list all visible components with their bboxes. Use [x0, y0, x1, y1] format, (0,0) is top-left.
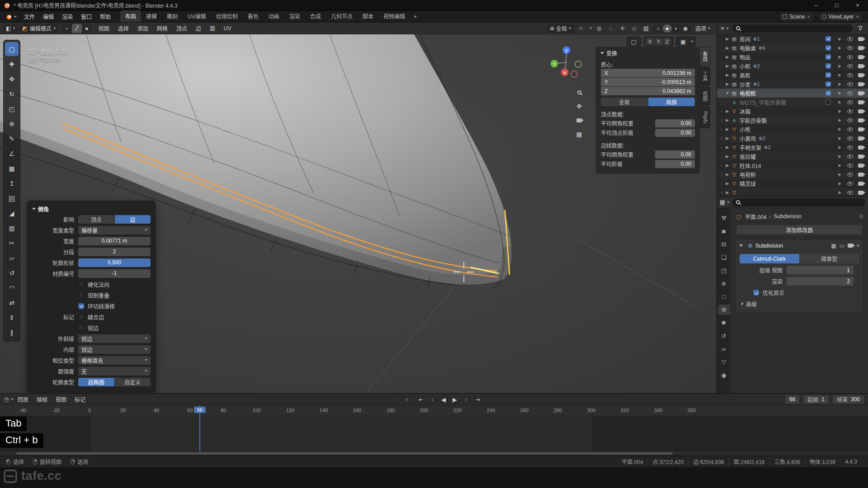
eye-icon[interactable]: [847, 173, 853, 177]
tool-add-cube[interactable]: ▦: [5, 161, 19, 175]
mean-edge-bevel-weight-field[interactable]: 0.00: [655, 150, 695, 159]
eye-icon[interactable]: [847, 182, 853, 186]
active-tool-icon[interactable]: ▢: [629, 37, 639, 46]
material-index-field[interactable]: -1: [78, 269, 151, 278]
face-strength-dropdown[interactable]: 无: [78, 367, 151, 375]
maximize-button[interactable]: □: [826, 0, 847, 11]
tool-move[interactable]: ✥: [5, 72, 19, 86]
prev-keyframe-button[interactable]: ‹: [427, 395, 438, 404]
proportional-edit-toggle[interactable]: ◎: [594, 24, 604, 33]
xray-toggle[interactable]: ▨: [641, 24, 651, 33]
navigation-gizmo[interactable]: Z Y X: [548, 43, 584, 80]
menu-view[interactable]: 视图: [52, 395, 71, 403]
snap-magnet-toggle[interactable]: ∩: [576, 24, 586, 33]
mark-sharp-checkbox[interactable]: 锐边: [78, 324, 151, 332]
tab-particles[interactable]: ✱: [718, 318, 730, 328]
menu-edge[interactable]: 边: [192, 24, 205, 32]
outliner-row-collection[interactable]: ▶▤高柜➤: [717, 70, 868, 80]
frame-start-field[interactable]: 起始1: [803, 395, 829, 404]
eye-icon[interactable]: [847, 118, 853, 122]
outliner-row-object[interactable]: •▶⋏宇航员骨骼➤: [717, 116, 868, 125]
outliner-row-object[interactable]: •▶▽手柄支架⚙2➤: [717, 143, 868, 152]
timeline-track-area[interactable]: 66: [0, 416, 868, 451]
shape-slider[interactable]: 0.500: [78, 258, 151, 267]
selectable-icon[interactable]: ➤: [836, 135, 842, 141]
workspace-tab-geometry-nodes[interactable]: 几何节点: [326, 10, 358, 22]
camera-icon[interactable]: [858, 136, 863, 141]
tool-shear[interactable]: ∥: [5, 325, 19, 339]
editor-type-button[interactable]: ≡: [720, 24, 730, 33]
camera-icon[interactable]: [858, 164, 863, 168]
workspace-tab-layout[interactable]: 布局: [120, 10, 141, 22]
levels-viewport-field[interactable]: 1: [787, 266, 854, 274]
catmull-clark-button[interactable]: Catmull-Clark: [740, 254, 799, 263]
remove-viewlayer-icon[interactable]: ×: [856, 14, 859, 19]
next-keyframe-button[interactable]: ›: [461, 395, 472, 404]
tab-constraints[interactable]: ∞: [718, 344, 730, 354]
menu-help[interactable]: 帮助: [96, 12, 115, 21]
blender-menu-button[interactable]: [3, 12, 20, 22]
selectable-icon[interactable]: ➤: [836, 153, 842, 159]
workspace-tab-animation[interactable]: 动画: [264, 10, 284, 22]
outer-miter-dropdown[interactable]: 锐边: [78, 334, 151, 343]
eye-icon[interactable]: [847, 82, 853, 86]
camera-icon[interactable]: [858, 73, 863, 77]
sidebar-tab-view[interactable]: 视图: [700, 87, 710, 106]
timeline-ruler[interactable]: -40 -20 0 20 40 60 80 100 120 140 160 18…: [0, 405, 868, 416]
tab-modifiers[interactable]: ⚙: [718, 305, 730, 315]
tab-material[interactable]: ◉: [718, 370, 730, 380]
eye-icon[interactable]: [847, 73, 853, 77]
transform-orientation-dropdown[interactable]: ⊕全局: [547, 24, 574, 33]
median-z-field[interactable]: Z0.043662 m: [601, 87, 695, 95]
sidebar-tab-tool[interactable]: 工具: [700, 67, 710, 86]
selectable-icon[interactable]: ➤: [836, 72, 842, 78]
collapse-icon[interactable]: [600, 52, 604, 54]
tab-object-data[interactable]: ▽: [718, 357, 730, 367]
outliner-row-object[interactable]: •▶▽精灵球➤: [717, 179, 868, 188]
selectable-icon[interactable]: ➤: [836, 54, 842, 60]
camera-icon[interactable]: [858, 109, 863, 113]
menu-select[interactable]: 选择: [114, 24, 132, 32]
menu-marker[interactable]: 标记: [71, 395, 90, 403]
exclude-checkbox[interactable]: [826, 99, 831, 105]
eye-icon[interactable]: [847, 37, 853, 41]
menu-window[interactable]: 窗口: [77, 12, 96, 21]
editor-type-button[interactable]: ◧: [3, 24, 18, 33]
eye-icon[interactable]: [847, 136, 853, 141]
selectable-icon[interactable]: ➤: [836, 180, 842, 186]
selectable-icon[interactable]: ➤: [836, 117, 842, 123]
tool-measure[interactable]: ∠: [5, 146, 19, 160]
eye-icon[interactable]: [847, 46, 853, 50]
ortho-grid-icon[interactable]: ▦: [573, 129, 585, 140]
outliner-row-object[interactable]: •⋏WGTS_宇航员骨骼➤: [717, 98, 868, 107]
tab-view-layer[interactable]: ❏: [718, 252, 730, 263]
material-preview-button[interactable]: ◐: [672, 24, 681, 33]
collection-checkbox[interactable]: [826, 72, 831, 78]
menu-playback[interactable]: 回放: [14, 395, 33, 403]
tab-render[interactable]: ◙: [718, 226, 730, 236]
play-reverse-button[interactable]: ◀: [438, 395, 449, 404]
eye-icon[interactable]: [847, 191, 853, 195]
eye-icon[interactable]: [847, 55, 853, 59]
camera-icon[interactable]: [858, 191, 863, 195]
modifier-header[interactable]: ⚙ Subdivision ▦ ▭ ×: [736, 239, 863, 252]
scrollbar-thumb[interactable]: [16, 452, 673, 455]
breadcrumb-modifier[interactable]: Subdivision: [774, 213, 801, 220]
tool-shrink-fatten[interactable]: ⇕: [5, 310, 19, 324]
pin-icon[interactable]: ⊙: [859, 213, 863, 220]
mode-dropdown[interactable]: ◩编辑模式: [19, 24, 58, 33]
camera-icon[interactable]: [858, 100, 863, 104]
animate-dot[interactable]: ·: [854, 267, 859, 273]
tool-smooth[interactable]: ◠: [5, 281, 19, 295]
median-x-field[interactable]: X0.001236 m: [601, 69, 695, 77]
tool-scale[interactable]: ◰: [5, 102, 19, 116]
menu-edit[interactable]: 编辑: [39, 12, 58, 21]
jump-to-start-button[interactable]: ⇤: [415, 395, 426, 404]
menu-file[interactable]: 文件: [20, 12, 39, 21]
workspace-tab-sculpting[interactable]: 雕刻: [162, 10, 183, 22]
loop-slide-checkbox[interactable]: 环切线滑移: [78, 302, 151, 310]
selectable-icon[interactable]: ➤: [836, 189, 842, 195]
workspace-tab-video-editing[interactable]: 视频编辑: [378, 10, 410, 22]
eye-icon[interactable]: [847, 91, 853, 95]
menu-mesh[interactable]: 网格: [153, 24, 171, 32]
